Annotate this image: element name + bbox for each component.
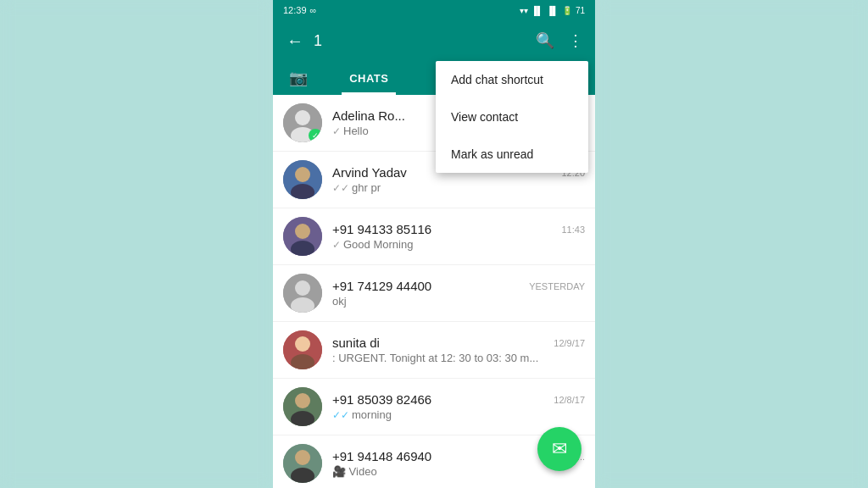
avatar (283, 160, 322, 199)
chat-item[interactable]: +91 94133 85116 11:43 ✓ Good Morning (273, 208, 595, 265)
phone-wrapper: 12:39 ∞ ▾▾ ▐▌ ▐▌ 🔋 71 ← 1 🔍 ⋮ 📷 CHATS (273, 0, 595, 488)
chat-item[interactable]: +91 85039 82466 12/8/17 ✓✓ morning (273, 379, 595, 435)
svg-point-16 (295, 393, 310, 408)
chat-item[interactable]: sunita di 12/9/17 : URGENT. Tonight at 1… (273, 322, 595, 379)
chat-header: +91 94133 85116 11:43 (332, 222, 585, 236)
chat-time: YESTERDAY (529, 281, 585, 291)
tab-camera[interactable]: 📷 (273, 61, 324, 95)
chat-time: 11:43 (561, 225, 585, 235)
chat-time: 12/9/17 (554, 338, 585, 348)
status-time: 12:39 ∞ (283, 5, 316, 15)
avatar: ✓ (283, 103, 322, 142)
chat-name: +91 85039 82466 (332, 392, 431, 407)
avatar (283, 330, 322, 369)
chat-header: +91 74129 44400 YESTERDAY (332, 279, 585, 293)
chat-preview: ✓ Good Morning (332, 238, 585, 251)
add-shortcut-item[interactable]: Add chat shortcut (436, 61, 588, 98)
chat-info: +91 74129 44400 YESTERDAY okj (332, 279, 585, 308)
signal-icon2: ▐▌ (547, 6, 559, 15)
check-icon: ✓✓ (332, 182, 349, 194)
back-button[interactable]: ← (280, 25, 310, 58)
svg-point-10 (295, 280, 310, 296)
chat-preview: okj (332, 295, 585, 308)
check-icon: ✓ (332, 239, 341, 251)
chat-header: sunita di 12/9/17 (332, 336, 585, 350)
check-icon-blue: ✓✓ (332, 409, 349, 421)
infinity-icon: ∞ (310, 5, 317, 15)
chat-name: Arvind Yadav (332, 165, 407, 180)
compose-icon: ✉ (552, 438, 567, 460)
chat-name: +91 74129 44400 (332, 279, 431, 293)
svg-point-13 (295, 336, 310, 352)
avatar (283, 217, 322, 256)
compose-fab[interactable]: ✉ (537, 427, 581, 471)
chat-name: Adelina Ro... (332, 108, 405, 123)
battery-percent: 71 (576, 6, 585, 15)
svg-point-19 (295, 450, 310, 465)
battery-icon: 🔋 (562, 6, 572, 15)
chat-preview: : URGENT. Tonight at 12: 30 to 03: 30 m.… (332, 352, 585, 364)
mark-unread-item[interactable]: Mark as unread (436, 136, 588, 173)
search-icon[interactable]: 🔍 (531, 26, 559, 55)
blur-left (0, 0, 273, 488)
chat-info: +91 85039 82466 12/8/17 ✓✓ morning (332, 392, 585, 421)
chat-info: sunita di 12/9/17 : URGENT. Tonight at 1… (332, 336, 585, 364)
chat-info: +91 94133 85116 11:43 ✓ Good Morning (332, 222, 585, 251)
time-text: 12:39 (283, 5, 307, 15)
avatar (283, 444, 322, 483)
wifi-icon: ▾▾ (520, 6, 528, 15)
chat-time: 12/8/17 (554, 395, 585, 405)
signal-icon: ▐▌ (531, 6, 543, 15)
verified-badge: ✓ (309, 129, 322, 142)
app-bar: ← 1 🔍 ⋮ (273, 20, 595, 61)
app-bar-actions: 🔍 ⋮ (531, 26, 588, 55)
chat-preview: ✓✓ morning (332, 408, 585, 421)
svg-point-4 (295, 167, 310, 182)
chat-header: +91 85039 82466 12/8/17 (332, 392, 585, 407)
phone-container: 12:39 ∞ ▾▾ ▐▌ ▐▌ 🔋 71 ← 1 🔍 ⋮ 📷 CHATS (273, 0, 595, 488)
check-icon: ✓ (332, 125, 341, 137)
chat-name: sunita di (332, 336, 380, 350)
status-bar: 12:39 ∞ ▾▾ ▐▌ ▐▌ 🔋 71 (273, 0, 595, 20)
svg-point-7 (295, 224, 310, 239)
tab-chats[interactable]: CHATS (324, 61, 415, 95)
avatar (283, 387, 322, 426)
dropdown-menu: Add chat shortcut View contact Mark as u… (436, 61, 588, 173)
chat-name: +91 94133 85116 (332, 222, 431, 236)
more-icon[interactable]: ⋮ (563, 26, 588, 55)
chat-item[interactable]: +91 74129 44400 YESTERDAY okj (273, 265, 595, 322)
view-contact-item[interactable]: View contact (436, 98, 588, 136)
chat-preview: ✓✓ ghr pr (332, 181, 585, 194)
blur-right (595, 0, 868, 488)
status-icons: ▾▾ ▐▌ ▐▌ 🔋 71 (520, 6, 585, 15)
chat-name: +91 94148 46940 (332, 449, 431, 463)
app-title: 1 (314, 32, 531, 50)
avatar (283, 274, 322, 313)
svg-point-1 (295, 110, 310, 125)
